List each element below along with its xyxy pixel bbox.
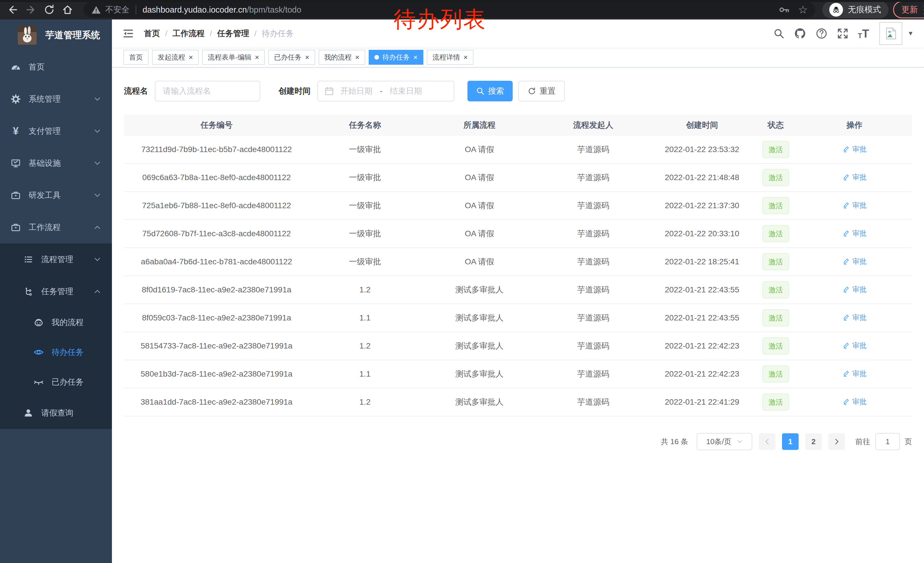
cell-task-id: 580e1b3d-7ac8-11ec-a9e2-a2380e71991a — [124, 369, 309, 378]
sidebar-item-task-management[interactable]: 任务管理 — [0, 275, 112, 308]
cell-task-id: 58154733-7ac8-11ec-a9e2-a2380e71991a — [124, 341, 309, 350]
page-button-2[interactable]: 2 — [805, 433, 822, 450]
start-date-input[interactable] — [334, 87, 379, 96]
tab-todo-tasks[interactable]: 待办任务× — [369, 50, 423, 65]
sidebar-logo[interactable]: 芋道管理系统 — [0, 20, 112, 51]
sidebar-item-my-process[interactable]: 我的流程 — [0, 308, 112, 337]
approve-link[interactable]: 审批 — [842, 341, 867, 350]
yen-icon: ¥ — [9, 125, 22, 137]
dashboard-icon — [9, 62, 22, 72]
navbar-actions: TT ▼ — [764, 22, 914, 45]
page-content: 流程名 创建时间 - 搜索 — [112, 68, 924, 563]
approve-link[interactable]: 审批 — [842, 173, 867, 182]
pencil-icon — [842, 257, 850, 265]
approve-link[interactable]: 审批 — [842, 257, 867, 266]
cell-process: 测试多审批人 — [421, 341, 538, 351]
approve-link[interactable]: 审批 — [842, 397, 867, 406]
reset-button[interactable]: 重置 — [518, 81, 565, 101]
font-size-icon[interactable]: TT — [858, 28, 869, 39]
breadcrumb-home[interactable]: 首页 — [144, 28, 160, 39]
page-size-select[interactable]: 10条/页 — [697, 433, 752, 450]
sidebar-item-done-tasks[interactable]: 已办任务 — [0, 367, 112, 397]
help-icon[interactable] — [816, 27, 828, 39]
tab-my-process[interactable]: 我的流程× — [319, 50, 365, 65]
tab-home[interactable]: 首页 — [123, 50, 148, 65]
status-badge: 激活 — [762, 197, 789, 214]
date-range-picker[interactable]: - — [318, 81, 454, 101]
prev-page-button[interactable] — [759, 433, 776, 450]
approve-link[interactable]: 审批 — [842, 200, 867, 210]
status-badge: 激活 — [762, 309, 789, 326]
sidebar-item-infrastructure[interactable]: 基础设施 — [0, 147, 112, 179]
breadcrumb-task-management[interactable]: 任务管理 — [217, 28, 249, 39]
sidebar-item-leave-query[interactable]: 请假查询 — [0, 397, 112, 429]
fullscreen-icon[interactable] — [837, 27, 849, 39]
sidebar-item-home[interactable]: 首页 — [0, 51, 112, 83]
sidebar-collapse-icon[interactable] — [122, 27, 134, 39]
calendar-icon — [324, 86, 334, 96]
cell-starter: 芋道源码 — [538, 369, 648, 380]
app-title: 芋道管理系统 — [45, 29, 100, 42]
tab-process-detail[interactable]: 流程详情× — [427, 50, 474, 65]
next-page-button[interactable] — [828, 433, 845, 450]
monitor-icon — [9, 158, 22, 168]
status-badge: 激活 — [762, 225, 789, 242]
search-button[interactable]: 搜索 — [468, 81, 513, 101]
sidebar: 芋道管理系统 首页 系统管理 ¥ 支付管理 基础设施 研发工具 — [0, 20, 112, 563]
cell-created: 2022-01-22 18:25:41 — [648, 257, 756, 266]
close-icon[interactable]: × — [189, 54, 193, 61]
tab-done-tasks[interactable]: 已办任务× — [268, 50, 315, 65]
close-icon[interactable]: × — [355, 54, 360, 61]
cell-task-name: 1.1 — [309, 313, 421, 323]
browser-back-button[interactable] — [6, 3, 19, 16]
sidebar-item-dev-tools[interactable]: 研发工具 — [0, 179, 112, 211]
browser-refresh-button[interactable] — [43, 3, 56, 16]
status-badge: 激活 — [762, 141, 789, 158]
main-area: 首页 / 工作流程 / 任务管理 / 待办任务 — [112, 20, 924, 563]
sidebar-item-todo-tasks[interactable]: 待办任务 — [0, 337, 112, 367]
bookmark-star-icon[interactable]: ☆ — [798, 4, 808, 15]
browser-home-button[interactable] — [61, 3, 74, 16]
goto-page-input[interactable] — [875, 433, 900, 450]
table-row: 580e1b3d-7ac8-11ec-a9e2-a2380e71991a1.1测… — [124, 360, 912, 388]
sidebar-item-process-management[interactable]: 流程管理 — [0, 243, 112, 275]
chevron-down-icon — [94, 128, 101, 135]
approve-link[interactable]: 审批 — [842, 313, 867, 322]
close-icon[interactable]: × — [464, 54, 468, 61]
browser-forward-button[interactable] — [25, 3, 37, 16]
approve-link[interactable]: 审批 — [842, 144, 867, 154]
eye-icon — [32, 347, 45, 358]
sidebar-item-workflow[interactable]: 工作流程 — [0, 211, 112, 243]
close-icon[interactable]: × — [305, 54, 309, 61]
cell-task-name: 一级审批 — [309, 200, 421, 211]
browser-update-button[interactable]: 更新 — [893, 1, 924, 18]
cell-created: 2022-01-21 22:42:23 — [648, 369, 756, 378]
update-label: 更新 — [902, 4, 918, 15]
page-button-1[interactable]: 1 — [782, 433, 799, 450]
sidebar-item-payment[interactable]: ¥ 支付管理 — [0, 115, 112, 147]
github-icon[interactable] — [794, 27, 806, 40]
search-icon[interactable] — [773, 28, 784, 39]
cell-starter: 芋道源码 — [538, 144, 648, 155]
end-date-input[interactable] — [384, 87, 428, 96]
search-form: 流程名 创建时间 - 搜索 — [124, 81, 912, 101]
tab-start-process[interactable]: 发起流程× — [152, 50, 199, 65]
approve-link[interactable]: 审批 — [842, 369, 867, 378]
pencil-icon — [842, 342, 850, 349]
cell-created: 2022-01-22 20:33:10 — [648, 229, 756, 238]
close-icon[interactable]: × — [413, 54, 418, 61]
breadcrumb-workflow[interactable]: 工作流程 — [172, 28, 205, 39]
chevron-up-icon — [94, 224, 101, 231]
cell-task-name: 1.1 — [309, 369, 421, 378]
close-icon[interactable]: × — [255, 54, 259, 61]
approve-link[interactable]: 审批 — [842, 285, 867, 294]
process-name-input[interactable] — [163, 87, 252, 96]
avatar-caret-icon[interactable]: ▼ — [908, 30, 914, 37]
tab-process-form-edit[interactable]: 流程表单-编辑× — [202, 50, 265, 65]
cell-starter: 芋道源码 — [538, 284, 648, 295]
sidebar-item-system[interactable]: 系统管理 — [0, 83, 112, 115]
avatar[interactable] — [879, 22, 902, 45]
approve-link[interactable]: 审批 — [842, 228, 867, 238]
key-icon[interactable] — [778, 4, 790, 15]
cell-starter: 芋道源码 — [538, 256, 648, 267]
